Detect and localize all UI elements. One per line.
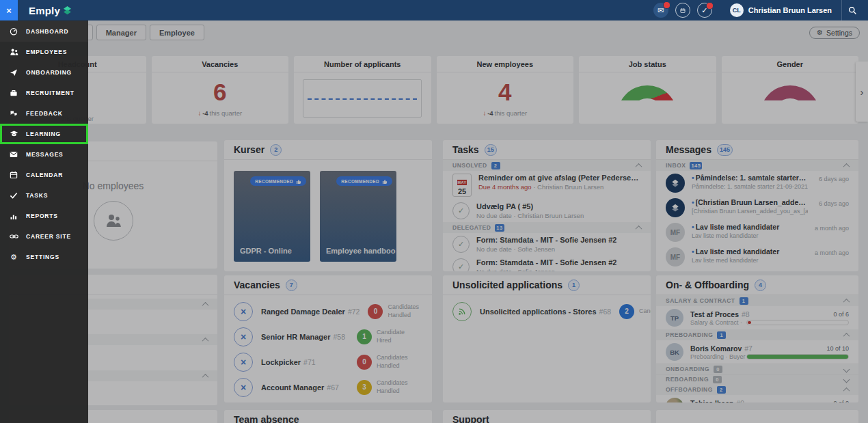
sidebar-item-messages[interactable]: MESSAGES — [0, 144, 88, 165]
dashboard-gauge-icon — [9, 27, 18, 36]
dim-overlay-scrim[interactable] — [0, 21, 868, 423]
user-menu[interactable]: CL Christian Bruun Larsen — [730, 3, 832, 17]
briefcase-icon — [9, 89, 18, 97]
bar-chart-icon — [9, 213, 18, 220]
envelope-icon — [9, 151, 18, 158]
sidebar-item-tasks[interactable]: TASKS — [0, 185, 88, 206]
graduation-cap-icon — [9, 130, 18, 138]
user-avatar[interactable]: CL — [730, 3, 744, 17]
search-button[interactable] — [842, 0, 863, 21]
link-icon — [9, 234, 18, 239]
emply-dashboard-screen: Sekretær Manager Employee ⚙Settings Head… — [0, 0, 868, 423]
notification-badge — [663, 1, 670, 9]
topbar-actions: ✉ ✓ CL Christian Bruun Larsen — [647, 0, 868, 21]
rocket-icon — [9, 68, 18, 77]
sidebar-item-feedback[interactable]: FEEDBACK — [0, 103, 88, 124]
notification-badge — [706, 2, 714, 10]
sidebar-item-reports[interactable]: REPORTS — [0, 206, 88, 226]
check-icon — [9, 192, 18, 199]
feedback-quotes-icon — [9, 110, 18, 118]
close-menu-button[interactable]: × — [0, 0, 18, 21]
sidebar-item-learning[interactable]: LEARNING — [0, 124, 88, 144]
search-icon — [848, 6, 857, 15]
calendar-icon — [680, 7, 686, 14]
sidebar-item-dashboard[interactable]: DASHBOARD — [0, 21, 88, 42]
sidebar-item-recruitment[interactable]: RECRUITMENT — [0, 83, 88, 103]
emply-logo: Emply — [29, 5, 72, 16]
navigation-drawer: DASHBOARD EMPLOYEES ONBOARDING RECRUITME… — [0, 21, 88, 423]
tasks-topbar-button[interactable]: ✓ — [697, 3, 712, 18]
emply-logo-icon — [63, 5, 72, 15]
calendar-icon — [9, 171, 18, 179]
sidebar-item-calendar[interactable]: CALENDAR — [0, 165, 88, 185]
sidebar-item-settings[interactable]: ⚙ SETTINGS — [0, 247, 88, 267]
sidebar-item-onboarding[interactable]: ONBOARDING — [0, 62, 88, 83]
user-name: Christian Bruun Larsen — [748, 6, 832, 14]
messages-topbar-button[interactable]: ✉ — [653, 3, 668, 18]
gear-icon: ⚙ — [9, 253, 18, 262]
people-icon — [9, 48, 18, 56]
close-icon: × — [6, 5, 12, 16]
sidebar-item-employees[interactable]: EMPLOYEES — [0, 42, 88, 62]
sidebar-item-career-site[interactable]: CAREER SITE — [0, 226, 88, 247]
calendar-topbar-button[interactable] — [675, 3, 690, 18]
topbar: × Emply ✉ ✓ — [0, 0, 868, 21]
